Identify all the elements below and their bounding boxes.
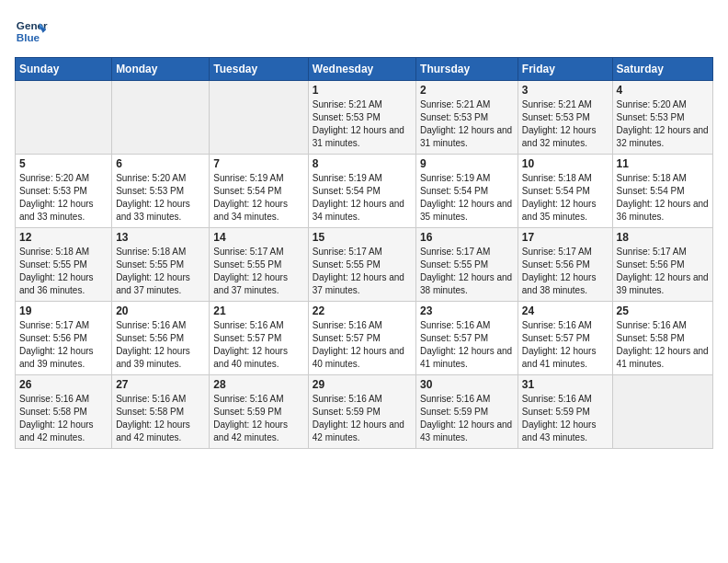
sunset-text: Sunset: 5:53 PM [522, 112, 590, 122]
sunset-text: Sunset: 5:53 PM [19, 186, 87, 196]
calendar-cell: 22 Sunrise: 5:16 AM Sunset: 5:57 PM Dayl… [308, 302, 415, 375]
sunrise-text: Sunrise: 5:17 AM [617, 247, 687, 257]
sunrise-text: Sunrise: 5:18 AM [522, 173, 592, 183]
calendar-week-row: 5 Sunrise: 5:20 AM Sunset: 5:53 PM Dayli… [16, 155, 713, 228]
daylight-text: Daylight: 12 hours and 33 minutes. [116, 199, 190, 222]
sunset-text: Sunset: 5:57 PM [313, 333, 381, 343]
sunrise-text: Sunrise: 5:16 AM [313, 320, 382, 330]
day-number: 25 [617, 304, 709, 317]
sunset-text: Sunset: 5:53 PM [617, 112, 685, 122]
day-number: 4 [617, 84, 709, 97]
daylight-text: Daylight: 12 hours and 43 minutes. [420, 419, 512, 442]
calendar-cell: 2 Sunrise: 5:21 AM Sunset: 5:53 PM Dayli… [416, 81, 518, 155]
sunrise-text: Sunrise: 5:16 AM [213, 320, 283, 330]
sunset-text: Sunset: 5:59 PM [420, 407, 488, 417]
calendar-week-row: 19 Sunrise: 5:17 AM Sunset: 5:56 PM Dayl… [16, 302, 713, 375]
calendar-cell: 28 Sunrise: 5:16 AM Sunset: 5:59 PM Dayl… [210, 375, 308, 449]
day-info: Sunrise: 5:16 AM Sunset: 5:59 PM Dayligh… [522, 393, 609, 444]
sunset-text: Sunset: 5:55 PM [116, 259, 184, 270]
logo: General Blue [15, 15, 51, 48]
day-number: 3 [522, 84, 609, 97]
daylight-text: Daylight: 12 hours and 41 minutes. [522, 346, 597, 369]
page-header: General Blue [15, 15, 713, 48]
day-info: Sunrise: 5:17 AM Sunset: 5:56 PM Dayligh… [19, 319, 108, 371]
day-number: 22 [313, 304, 412, 317]
sunrise-text: Sunrise: 5:21 AM [420, 99, 490, 109]
day-number: 9 [420, 157, 514, 170]
sunset-text: Sunset: 5:55 PM [19, 259, 87, 270]
sunset-text: Sunset: 5:54 PM [213, 186, 281, 196]
calendar-cell [112, 81, 210, 155]
weekday-header: Sunday [16, 58, 112, 81]
daylight-text: Daylight: 12 hours and 38 minutes. [522, 272, 597, 295]
sunrise-text: Sunrise: 5:17 AM [420, 247, 490, 257]
day-info: Sunrise: 5:20 AM Sunset: 5:53 PM Dayligh… [19, 172, 108, 224]
daylight-text: Daylight: 12 hours and 31 minutes. [313, 125, 404, 148]
day-number: 20 [116, 304, 205, 317]
calendar-cell: 5 Sunrise: 5:20 AM Sunset: 5:53 PM Dayli… [16, 155, 112, 228]
sunrise-text: Sunrise: 5:17 AM [313, 247, 382, 257]
daylight-text: Daylight: 12 hours and 35 minutes. [522, 199, 597, 222]
sunrise-text: Sunrise: 5:16 AM [522, 320, 592, 330]
sunrise-text: Sunrise: 5:18 AM [617, 173, 687, 183]
sunrise-text: Sunrise: 5:20 AM [116, 173, 186, 183]
sunset-text: Sunset: 5:53 PM [116, 186, 184, 196]
sunrise-text: Sunrise: 5:18 AM [116, 247, 186, 257]
day-info: Sunrise: 5:16 AM Sunset: 5:56 PM Dayligh… [116, 319, 205, 371]
day-number: 5 [19, 157, 108, 170]
calendar-cell: 17 Sunrise: 5:17 AM Sunset: 5:56 PM Dayl… [518, 228, 612, 302]
day-info: Sunrise: 5:16 AM Sunset: 5:58 PM Dayligh… [617, 319, 709, 371]
day-number: 26 [19, 378, 108, 391]
day-number: 8 [313, 157, 412, 170]
day-info: Sunrise: 5:16 AM Sunset: 5:59 PM Dayligh… [420, 393, 514, 444]
calendar-cell: 13 Sunrise: 5:18 AM Sunset: 5:55 PM Dayl… [112, 228, 210, 302]
day-number: 10 [522, 157, 609, 170]
calendar-cell: 27 Sunrise: 5:16 AM Sunset: 5:58 PM Dayl… [112, 375, 210, 449]
daylight-text: Daylight: 12 hours and 34 minutes. [313, 199, 404, 222]
sunrise-text: Sunrise: 5:16 AM [522, 394, 592, 404]
day-number: 2 [420, 84, 514, 97]
sunrise-text: Sunrise: 5:16 AM [19, 394, 89, 404]
day-info: Sunrise: 5:18 AM Sunset: 5:54 PM Dayligh… [522, 172, 609, 224]
daylight-text: Daylight: 12 hours and 37 minutes. [116, 272, 190, 295]
calendar-cell [16, 81, 112, 155]
sunset-text: Sunset: 5:54 PM [522, 186, 590, 196]
daylight-text: Daylight: 12 hours and 36 minutes. [19, 272, 94, 295]
daylight-text: Daylight: 12 hours and 37 minutes. [313, 272, 404, 295]
day-info: Sunrise: 5:19 AM Sunset: 5:54 PM Dayligh… [420, 172, 514, 224]
calendar-cell: 30 Sunrise: 5:16 AM Sunset: 5:59 PM Dayl… [416, 375, 518, 449]
calendar-cell: 4 Sunrise: 5:20 AM Sunset: 5:53 PM Dayli… [612, 81, 712, 155]
day-info: Sunrise: 5:21 AM Sunset: 5:53 PM Dayligh… [313, 98, 412, 150]
day-info: Sunrise: 5:16 AM Sunset: 5:57 PM Dayligh… [213, 319, 303, 371]
day-number: 18 [617, 231, 709, 244]
day-info: Sunrise: 5:16 AM Sunset: 5:57 PM Dayligh… [522, 319, 609, 371]
calendar-cell: 24 Sunrise: 5:16 AM Sunset: 5:57 PM Dayl… [518, 302, 612, 375]
sunset-text: Sunset: 5:57 PM [420, 333, 488, 343]
daylight-text: Daylight: 12 hours and 42 minutes. [313, 419, 404, 442]
sunrise-text: Sunrise: 5:17 AM [522, 247, 592, 257]
sunset-text: Sunset: 5:58 PM [19, 407, 87, 417]
calendar-cell: 19 Sunrise: 5:17 AM Sunset: 5:56 PM Dayl… [16, 302, 112, 375]
sunset-text: Sunset: 5:53 PM [313, 112, 381, 122]
sunrise-text: Sunrise: 5:17 AM [213, 247, 283, 257]
weekday-header: Saturday [612, 58, 712, 81]
daylight-text: Daylight: 12 hours and 40 minutes. [313, 346, 404, 369]
weekday-header: Tuesday [210, 58, 308, 81]
sunset-text: Sunset: 5:59 PM [522, 407, 590, 417]
weekday-header: Wednesday [308, 58, 415, 81]
day-info: Sunrise: 5:17 AM Sunset: 5:55 PM Dayligh… [313, 246, 412, 297]
day-info: Sunrise: 5:17 AM Sunset: 5:56 PM Dayligh… [617, 246, 709, 297]
day-info: Sunrise: 5:18 AM Sunset: 5:54 PM Dayligh… [617, 172, 709, 224]
sunrise-text: Sunrise: 5:16 AM [617, 320, 687, 330]
daylight-text: Daylight: 12 hours and 39 minutes. [116, 346, 190, 369]
calendar-week-row: 26 Sunrise: 5:16 AM Sunset: 5:58 PM Dayl… [16, 375, 713, 449]
daylight-text: Daylight: 12 hours and 41 minutes. [617, 346, 709, 369]
calendar-cell: 7 Sunrise: 5:19 AM Sunset: 5:54 PM Dayli… [210, 155, 308, 228]
calendar-cell: 25 Sunrise: 5:16 AM Sunset: 5:58 PM Dayl… [612, 302, 712, 375]
day-number: 16 [420, 231, 514, 244]
sunset-text: Sunset: 5:55 PM [313, 259, 381, 270]
sunrise-text: Sunrise: 5:19 AM [420, 173, 490, 183]
daylight-text: Daylight: 12 hours and 37 minutes. [213, 272, 288, 295]
day-number: 28 [213, 378, 303, 391]
calendar-cell: 20 Sunrise: 5:16 AM Sunset: 5:56 PM Dayl… [112, 302, 210, 375]
